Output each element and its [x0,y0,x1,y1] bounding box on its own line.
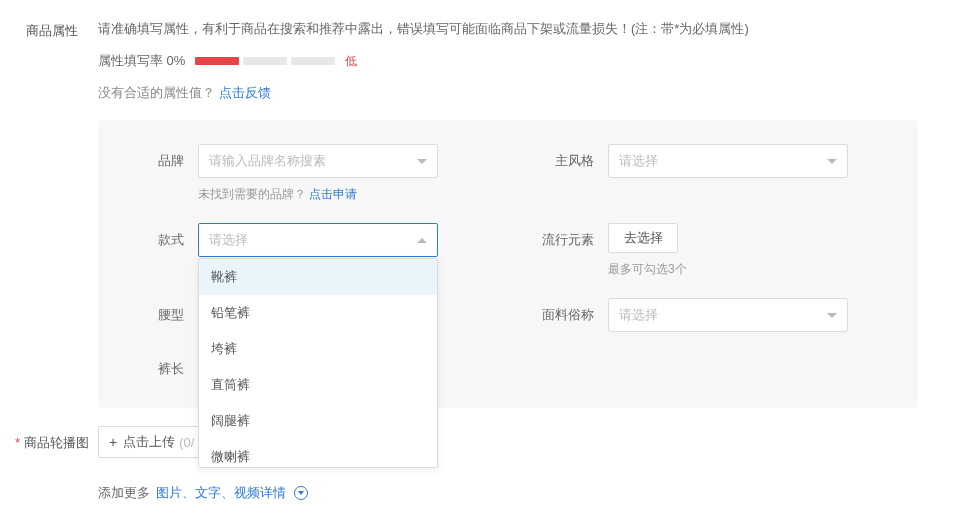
progress-segment [195,57,239,65]
dropdown-option[interactable]: 直筒裤 [199,367,437,403]
brand-apply-link[interactable]: 点击申请 [309,187,357,201]
fill-rate-row: 属性填写率 0% 低 [98,52,973,70]
style-dropdown[interactable]: 靴裤 铅笔裤 垮裤 直筒裤 阔腿裤 微喇裤 工装裤 [198,258,438,468]
feedback-link[interactable]: 点击反馈 [219,85,271,100]
section-label-attributes: 商品属性 [26,20,98,408]
upload-button[interactable]: + 点击上传 (0/ [98,426,205,458]
go-select-button[interactable]: 去选择 [608,223,678,253]
field-label-style: 款式 [128,223,198,249]
fill-rate-level: 低 [345,53,357,70]
form-row-fabric-name: 面料俗称 请选择 [538,298,888,332]
add-more-link[interactable]: 图片、文字、视频详情 [156,484,286,502]
field-label-waist-type: 腰型 [128,298,198,324]
attributes-tip: 请准确填写属性，有利于商品在搜索和推荐中露出，错误填写可能面临商品下架或流量损失… [98,20,973,38]
progress-segment [243,57,287,65]
dropdown-option[interactable]: 垮裤 [199,331,437,367]
fill-rate-progress [195,57,335,65]
field-label-fashion-element: 流行元素 [538,223,608,249]
field-label-brand: 品牌 [128,144,198,170]
main-style-placeholder: 请选择 [619,152,658,170]
dropdown-option[interactable]: 铅笔裤 [199,295,437,331]
attributes-form-panel: 品牌 请输入品牌名称搜素 未找到需要的品牌？ 点击申请 主风格 请选择 [98,120,918,408]
section-label-carousel: *商品轮播图 [15,426,98,452]
dropdown-option[interactable]: 微喇裤 [199,439,437,468]
add-more-row[interactable]: 添加更多 图片、文字、视频详情 [98,484,973,502]
main-style-select[interactable]: 请选择 [608,144,848,178]
product-carousel-section: *商品轮播图 + 点击上传 (0/ 添加更多 图片、文字、视频详情 [0,408,973,502]
form-row-fashion-element: 流行元素 去选择 最多可勾选3个 [538,223,888,278]
form-row-style: 款式 请选择 靴裤 铅笔裤 垮裤 直筒裤 阔腿裤 微喇裤 工装裤 [128,223,478,278]
chevron-down-icon [827,313,837,318]
product-attributes-section: 商品属性 请准确填写属性，有利于商品在搜索和推荐中露出，错误填写可能面临商品下架… [0,0,973,408]
brand-placeholder: 请输入品牌名称搜素 [209,152,326,170]
upload-count: (0/ [179,435,194,450]
brand-select[interactable]: 请输入品牌名称搜素 [198,144,438,178]
style-select[interactable]: 请选择 [198,223,438,257]
style-placeholder: 请选择 [209,231,248,249]
upload-label: 点击上传 [123,433,175,451]
add-more-prefix: 添加更多 [98,484,150,502]
fashion-element-hint: 最多可勾选3个 [608,261,888,278]
chevron-down-icon [417,159,427,164]
fabric-name-placeholder: 请选择 [619,306,658,324]
plus-icon: + [109,434,117,450]
feedback-row: 没有合适的属性值？ 点击反馈 [98,84,973,102]
form-row-brand: 品牌 请输入品牌名称搜素 未找到需要的品牌？ 点击申请 [128,144,478,203]
field-label-pants-length: 裤长 [128,352,198,378]
dropdown-option[interactable]: 靴裤 [199,259,437,295]
field-label-fabric-name: 面料俗称 [538,298,608,324]
fill-rate-label: 属性填写率 0% [98,52,185,70]
field-label-main-style: 主风格 [538,144,608,170]
brand-hint: 未找到需要的品牌？ 点击申请 [198,186,478,203]
required-marker: * [15,435,20,450]
chevron-down-icon [827,159,837,164]
form-row-main-style: 主风格 请选择 [538,144,888,203]
chevron-down-circle-icon [294,486,308,500]
fabric-name-select[interactable]: 请选择 [608,298,848,332]
dropdown-option[interactable]: 阔腿裤 [199,403,437,439]
no-value-prefix: 没有合适的属性值？ [98,85,215,100]
chevron-up-icon [417,238,427,243]
progress-segment [291,57,335,65]
